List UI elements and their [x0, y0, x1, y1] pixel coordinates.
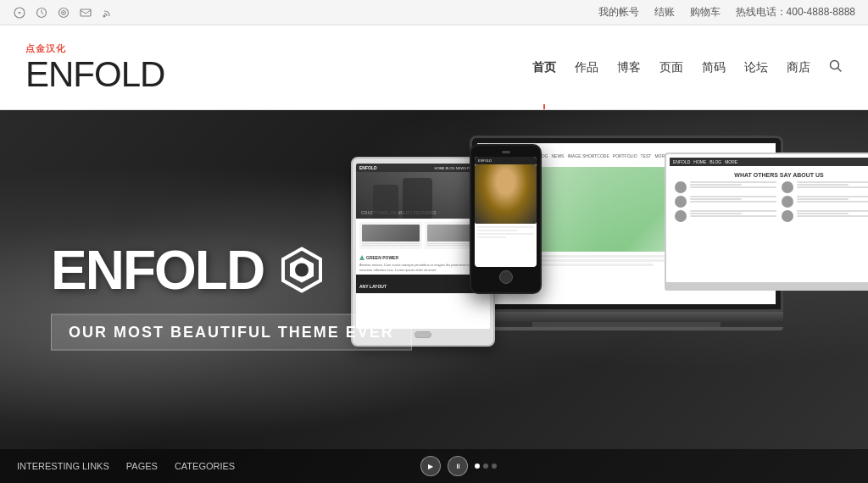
hero-brand: ENFOLD	[51, 243, 412, 297]
hero-dots	[475, 464, 497, 469]
tablet-logo: ENFOLD	[359, 165, 377, 170]
top-bar-icons	[13, 6, 114, 19]
tablet-feature-img-1	[362, 225, 420, 242]
testimonial-avatar-2	[675, 196, 687, 208]
search-icon[interactable]	[829, 59, 843, 76]
clock-icon[interactable]	[35, 6, 48, 19]
logo-text-light: FOLD	[73, 54, 164, 94]
testimonial-text-3	[690, 210, 776, 218]
phone-status-bar: ENFOLD	[475, 157, 537, 164]
t-line-9	[690, 215, 776, 217]
t-line-6	[690, 201, 776, 203]
testimonial-avatar-6	[782, 210, 793, 222]
email-icon[interactable]	[79, 6, 92, 19]
phone-line-4	[477, 236, 506, 238]
rss-icon[interactable]	[101, 6, 114, 19]
t-line-5	[690, 198, 742, 200]
device-phone: ENFOLD	[470, 144, 542, 294]
nav-pages[interactable]: 页面	[659, 56, 683, 80]
testimonials-col-right	[782, 181, 868, 225]
main-nav: 首页 作品 博客 页面 简码 论坛 商店	[532, 56, 843, 80]
phone-person-image	[475, 164, 537, 224]
phone-line-3	[477, 233, 534, 235]
my-account-link[interactable]: 我的帐号	[598, 5, 639, 19]
top-bar-right: 我的帐号 结账 购物车 热线电话：400-4888-8888	[598, 5, 855, 19]
testimonial-avatar-5	[782, 196, 793, 208]
t-line-2	[690, 184, 742, 186]
testimonial-text-2	[690, 196, 776, 203]
nav-blog[interactable]: 博客	[617, 56, 641, 80]
cart-link[interactable]: 购物车	[690, 5, 721, 19]
top-bar: 我的帐号 结账 购物车 热线电话：400-4888-8888	[0, 0, 868, 25]
testimonial-avatar-4	[782, 181, 793, 193]
hero-section: ENFOLD OUR MOST BEAUTIFUL THEME EVER ENF…	[0, 110, 868, 483]
nav-home[interactable]: 首页	[532, 56, 556, 80]
phone-line-2	[477, 230, 517, 231]
logo-area[interactable]: 点金汉化 ENFOLD	[25, 42, 164, 92]
testimonials-section: WHAT OTHERS SAY ABOUT US	[670, 169, 868, 228]
t-line-4	[690, 196, 776, 197]
laptop-right-nav: ENFOLD HOME BLOG MORE	[670, 158, 868, 166]
hero-left-content: ENFOLD OUR MOST BEAUTIFUL THEME EVER	[51, 243, 412, 351]
testimonial-avatar-1	[675, 181, 687, 193]
nav-portfolio[interactable]: 作品	[575, 56, 598, 80]
t-line-15	[797, 201, 868, 203]
laptop-foot	[470, 327, 783, 330]
t-line-14	[797, 198, 849, 200]
hex-icon	[276, 245, 327, 296]
tablet-figure-2	[403, 178, 432, 219]
t-line-10	[797, 181, 868, 183]
testimonial-1	[675, 181, 776, 193]
svg-rect-5	[81, 9, 91, 16]
t-line-13	[797, 196, 868, 197]
laptop-nav-items: HOME BLOG NEWS IMAGE SHORTCODE PORTFOLIO…	[520, 153, 668, 158]
logo-text-bold: EN	[25, 54, 73, 94]
hotline-text: 热线电话：400-4888-8888	[736, 5, 855, 19]
t-line-8	[690, 213, 742, 214]
nav-shortcodes[interactable]: 简码	[702, 56, 726, 80]
pause-button[interactable]: ⏸	[448, 456, 468, 476]
phone-speaker	[502, 151, 510, 153]
phone-logo: ENFOLD	[478, 158, 492, 163]
testimonial-6	[782, 210, 868, 222]
nav-forum[interactable]: 论坛	[744, 56, 768, 80]
bottom-link-1[interactable]: INTERESTING LINKS	[17, 461, 109, 471]
t-line-3	[690, 186, 776, 188]
header: 点金汉化 ENFOLD 首页 作品 博客 页面 简码 论坛 商店	[0, 25, 868, 110]
logo-text: ENFOLD	[25, 57, 164, 92]
testimonial-text-6	[797, 210, 868, 218]
t-line-1	[690, 181, 776, 183]
checkout-link[interactable]: 结账	[654, 5, 675, 19]
play-button[interactable]: ▶	[420, 456, 441, 476]
phone-home-button[interactable]	[499, 270, 513, 284]
hero-dot-2[interactable]	[483, 464, 488, 469]
phone-body: ENFOLD	[470, 144, 542, 294]
t-line-17	[797, 213, 849, 214]
tablet-home-button[interactable]	[415, 331, 431, 338]
testimonials-columns	[675, 181, 868, 225]
phone-line-1	[477, 226, 534, 228]
phone-screen: ENFOLD	[475, 157, 537, 267]
bottom-link-2[interactable]: PAGES	[126, 461, 158, 471]
t-line-18	[797, 215, 868, 217]
testimonial-3	[675, 210, 776, 222]
t-line-11	[797, 184, 849, 186]
bottom-link-3[interactable]: CATEGORIES	[175, 461, 235, 471]
tablet-figure-1	[373, 185, 398, 219]
weibo-icon[interactable]	[13, 6, 26, 19]
testimonial-avatar-3	[675, 210, 687, 222]
testimonial-text-1	[690, 181, 776, 189]
testimonial-2	[675, 196, 776, 208]
nav-shop[interactable]: 商店	[787, 56, 810, 80]
svg-point-10	[295, 264, 309, 277]
hero-bottom-controls: ▶ ⏸	[420, 456, 497, 476]
target-icon[interactable]	[57, 6, 70, 19]
logo-subtitle: 点金汉化	[25, 42, 66, 55]
hero-dot-1[interactable]	[475, 464, 480, 469]
hero-dot-3[interactable]	[492, 464, 497, 469]
hero-bottom-links: INTERESTING LINKS PAGES CATEGORIES	[17, 461, 235, 471]
laptop-base	[470, 312, 783, 322]
laptop-right-base	[665, 284, 868, 291]
svg-point-6	[103, 14, 106, 17]
hero-logo-text: ENFOLD	[51, 243, 264, 297]
